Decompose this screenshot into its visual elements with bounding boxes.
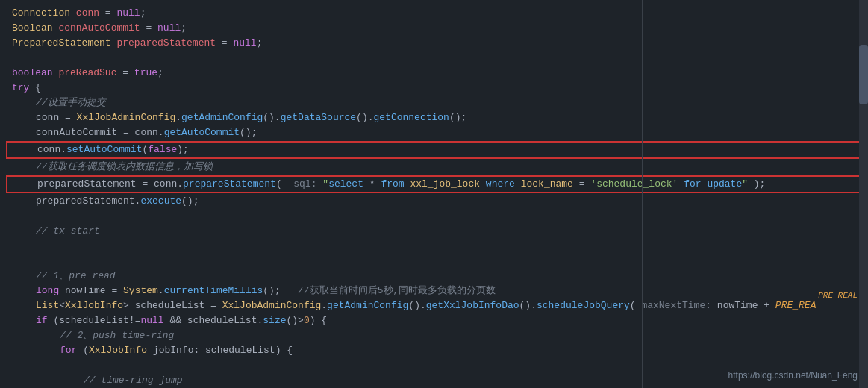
code-line: for (XxlJobInfo jobInfo: scheduleList) { <box>0 343 868 358</box>
code-line: //获取任务调度锁表内数据信息，加写锁 <box>0 160 868 175</box>
scrollbar[interactable] <box>859 0 868 388</box>
code-line: //设置手动提交 <box>0 96 868 110</box>
scrollbar-thumb[interactable] <box>859 45 868 104</box>
code-line <box>0 239 868 254</box>
code-line: try { <box>0 81 868 96</box>
highlighted-line-2: preparedStatement = conn.prepareStatemen… <box>6 175 862 193</box>
code-line: connAutoCommit = conn.getAutoCommit(); <box>0 125 868 140</box>
code-line: Boolean connAutoCommit = null; <box>0 21 868 36</box>
code-line: // tx start <box>0 224 868 239</box>
code-editor: Connection conn = null; Boolean connAuto… <box>0 0 868 388</box>
watermark: https://blog.csdn.net/Nuan_Feng <box>728 370 858 381</box>
code-line: List<XxlJobInfo> scheduleList = XxlJobAd… <box>0 298 868 313</box>
pre-real-label: PRE REAL <box>818 291 858 300</box>
code-line <box>0 209 868 224</box>
vertical-divider <box>642 0 643 388</box>
code-line: Connection conn = null; <box>0 6 868 21</box>
code-line: if (scheduleList!=null && scheduleList.s… <box>0 313 868 328</box>
highlighted-line-1: conn.setAutoCommit(false); <box>6 141 862 159</box>
code-line: // 2、push time-ring <box>0 328 868 343</box>
code-line: conn = XxlJobAdminConfig.getAdminConfig(… <box>0 110 868 125</box>
code-line <box>0 51 868 66</box>
code-line: long nowTime = System.currentTimeMillis(… <box>0 284 868 298</box>
code-line: preparedStatement.execute(); <box>0 194 868 209</box>
type-token: Connection <box>12 6 70 21</box>
code-line: PreparedStatement preparedStatement = nu… <box>0 36 868 51</box>
code-line: boolean preReadSuc = true; <box>0 66 868 81</box>
code-line: // 1、pre read <box>0 269 868 284</box>
code-line <box>0 254 868 269</box>
